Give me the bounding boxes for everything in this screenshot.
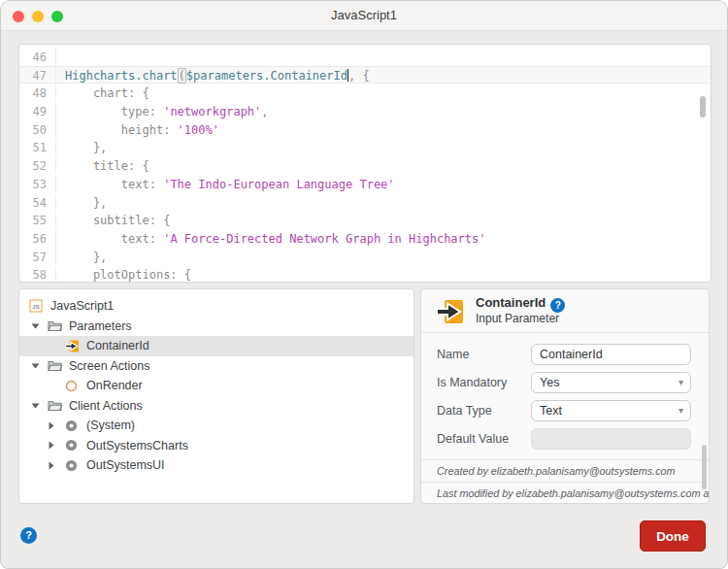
tree-item-label: Parameters <box>68 319 132 333</box>
code-text: subtitle: { <box>56 212 170 228</box>
code-editor[interactable]: 4647Highcharts.chart($parameters.Contain… <box>18 44 711 283</box>
is-mandatory-value: Yes <box>540 376 559 389</box>
chevron-down-icon: ▾ <box>678 401 683 420</box>
module-icon <box>65 439 85 452</box>
tree-item-label: ContainerId <box>85 339 149 352</box>
tree-item-label: OutSystemsCharts <box>85 439 188 452</box>
tree-item-system[interactable]: (System) <box>19 416 414 436</box>
folder-icon <box>48 359 68 372</box>
last-modified-note: Last modified by elizabeth.palanisamy@ou… <box>421 483 709 504</box>
done-button[interactable]: Done <box>640 520 706 552</box>
tree-item-outsystemsui[interactable]: OutSystemsUI <box>19 455 414 476</box>
chevron-right-icon[interactable] <box>49 461 65 470</box>
title-bar: JavaScript1 <box>1 1 727 31</box>
tree-item-label: OutSystemsUI <box>85 458 165 472</box>
tree-item-label: OnRender <box>85 379 143 392</box>
default-value-field <box>531 428 691 450</box>
tree-item-containerid[interactable]: ContainerId <box>19 336 414 356</box>
tree-item-screen-actions[interactable]: Screen Actions <box>19 356 414 377</box>
code-line[interactable]: 47Highcharts.chart($parameters.Container… <box>19 66 711 84</box>
property-row-name: Name <box>421 344 709 365</box>
code-line[interactable]: 49 type: 'networkgraph', <box>19 102 711 120</box>
properties-fields: NameIs MandatoryYes▾Data TypeText▾Defaul… <box>421 333 709 450</box>
code-text: chart: { <box>56 84 149 101</box>
tree-item-label: Screen Actions <box>68 359 149 373</box>
code-text: text: 'The Indo-European Language Tree' <box>56 176 395 192</box>
tree-item-label: JavaScript1 <box>50 299 114 313</box>
line-number: 49 <box>19 103 56 119</box>
chevron-down-icon[interactable] <box>31 403 48 409</box>
properties-scrollbar-thumb[interactable] <box>702 445 707 489</box>
line-number: 53 <box>19 176 56 192</box>
editor-scrollbar-thumb[interactable] <box>700 96 706 117</box>
properties-title: ContainerId <box>476 295 546 310</box>
folder-icon <box>48 319 68 332</box>
data-type-value: Text <box>540 404 562 418</box>
line-number: 48 <box>19 84 56 101</box>
code-line[interactable]: 52 title: { <box>19 156 711 175</box>
tree-item-label: (System) <box>85 418 135 432</box>
data-type-label: Data Type <box>437 404 492 418</box>
chevron-down-icon[interactable] <box>31 323 48 329</box>
code-text: }, <box>56 139 107 155</box>
line-number: 58 <box>19 266 56 283</box>
code-text: }, <box>56 194 107 211</box>
name-field[interactable] <box>531 344 691 365</box>
code-text: title: { <box>56 157 149 174</box>
tree-item-outsystemscharts[interactable]: OutSystemsCharts <box>19 436 414 456</box>
code-line[interactable]: 53 text: 'The Indo-European Language Tre… <box>19 175 711 193</box>
code-line[interactable]: 51 }, <box>19 138 711 156</box>
code-text <box>56 49 65 65</box>
help-icon[interactable]: ? <box>20 527 37 544</box>
properties-subtitle: Input Parameter <box>476 312 559 325</box>
javascript-editor-dialog: Tools JavaScript1 4647Highcharts.chart($… <box>0 0 728 569</box>
code-line[interactable]: 57 }, <box>19 248 711 266</box>
tree-item-javascript1[interactable]: JSJavaScript1 <box>19 296 414 317</box>
properties-header: ContainerId? Input Parameter <box>421 289 709 333</box>
code-text: }, <box>56 249 107 265</box>
is-mandatory-label: Is Mandatory <box>437 376 507 389</box>
module-icon <box>65 419 85 432</box>
js-icon: JS <box>29 299 50 313</box>
action-icon <box>65 380 85 392</box>
input-param-icon <box>65 339 85 353</box>
element-tree-panel: JSJavaScript1ParametersContainerIdScreen… <box>18 288 414 504</box>
code-line[interactable]: 58 plotOptions: { <box>19 265 711 283</box>
code-text: Highcharts.chart($parameters.ContainerId… <box>56 67 370 84</box>
tree-list: JSJavaScript1ParametersContainerIdScreen… <box>19 289 414 476</box>
line-number: 55 <box>19 212 56 228</box>
is-mandatory-field[interactable]: Yes▾ <box>531 372 691 393</box>
tree-item-onrender[interactable]: OnRender <box>19 376 414 396</box>
code-line[interactable]: 54 }, <box>19 193 711 212</box>
code-line[interactable]: 55 subtitle: { <box>19 211 711 229</box>
code-line[interactable]: 56 text: 'A Force-Directed Network Graph… <box>19 229 711 248</box>
code-line[interactable]: 50 height: '100%' <box>19 120 711 139</box>
tree-item-client-actions[interactable]: Client Actions <box>19 396 414 417</box>
code-line[interactable]: 46 <box>19 48 711 66</box>
property-row-default-value: Default Value <box>421 428 709 450</box>
name-label: Name <box>437 348 469 361</box>
code-line[interactable]: 48 chart: { <box>19 84 711 102</box>
svg-text:JS: JS <box>32 304 39 310</box>
window-title: JavaScript1 <box>1 8 727 22</box>
chevron-down-icon[interactable] <box>31 363 48 369</box>
data-type-field[interactable]: Text▾ <box>531 400 691 421</box>
code-text: height: '100%' <box>56 121 219 138</box>
property-row-data-type: Data TypeText▾ <box>421 400 709 421</box>
line-number: 52 <box>19 157 56 174</box>
code-text: plotOptions: { <box>56 266 191 283</box>
default-value-label: Default Value <box>437 432 509 446</box>
tree-item-label: Client Actions <box>68 399 143 413</box>
created-by-note: Created by elizabeth.palanisamy@outsyste… <box>421 460 709 483</box>
code-text: type: 'networkgraph', <box>56 103 269 119</box>
property-row-is-mandatory: Is MandatoryYes▾ <box>421 372 709 393</box>
properties-panel: ContainerId? Input Parameter NameIs Mand… <box>420 288 710 504</box>
chevron-right-icon[interactable] <box>49 441 65 450</box>
line-number: 51 <box>19 139 56 155</box>
code-text: text: 'A Force-Directed Network Graph in… <box>56 230 486 247</box>
folder-icon <box>48 399 68 412</box>
help-icon[interactable]: ? <box>550 298 565 313</box>
module-icon <box>65 459 85 472</box>
chevron-right-icon[interactable] <box>49 421 65 430</box>
tree-item-parameters[interactable]: Parameters <box>19 317 414 337</box>
